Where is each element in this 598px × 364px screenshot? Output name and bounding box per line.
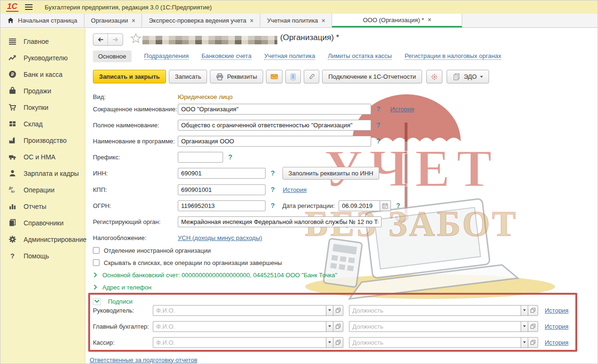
sidebar-item-help[interactable]: ? Помощь (0, 248, 85, 264)
tab-home[interactable]: Начальная страница (0, 14, 84, 27)
back-button[interactable] (93, 34, 108, 45)
requisites-button[interactable]: Реквизиты (210, 70, 263, 83)
sidebar-item-os-nma[interactable]: ОС и НМА (0, 149, 85, 165)
grid-icon (8, 120, 17, 128)
tab-accounting-policy[interactable]: Учетная политика × (260, 14, 332, 27)
reporting-status-button[interactable] (426, 70, 442, 83)
tax-system-link[interactable]: УСН (доходы минус расходы) (178, 234, 262, 241)
help-icon[interactable]: ? (271, 186, 275, 193)
save-and-close-button[interactable]: Записать и закрыть (93, 70, 166, 83)
favorite-star-icon[interactable] (130, 33, 141, 46)
cashier-position-input[interactable] (349, 337, 521, 348)
connect-1c-reporting-button[interactable]: Подключение к 1С-Отчетности (322, 70, 422, 83)
fill-by-inn-button[interactable]: Заполнить реквизиты по ИНН (282, 167, 380, 180)
foreign-branch-checkbox[interactable] (93, 247, 100, 254)
director-fio-dropdown-button[interactable] (326, 305, 333, 316)
nav-cash-limits[interactable]: Лимиты остатка кассы (328, 52, 392, 60)
cashier-fio-dropdown-button[interactable] (326, 337, 333, 348)
chief-accountant-fio-open-button[interactable] (333, 321, 343, 332)
tab-express-check[interactable]: Экспресс-проверка ведения учета × (142, 14, 260, 27)
chief-accountant-position-open-button[interactable] (528, 321, 538, 332)
nav-main[interactable]: Основное (93, 50, 132, 62)
chevron-right-icon (93, 284, 98, 290)
close-icon[interactable]: × (428, 17, 431, 23)
inn-input[interactable] (178, 168, 266, 179)
sidebar-item-bank-cash[interactable]: ₽ Банк и касса (0, 66, 85, 83)
help-icon[interactable]: ? (376, 137, 381, 145)
cashier-fio-open-button[interactable] (333, 337, 343, 348)
sidebar-item-label: Зарплата и кадры (24, 170, 79, 177)
help-icon[interactable]: ? (376, 105, 381, 113)
kpp-history-link[interactable]: История (283, 186, 307, 193)
director-position-open-button[interactable] (528, 305, 538, 316)
edo-button[interactable]: ЭДО (447, 70, 489, 83)
sidebar-item-administration[interactable]: Администрирование (0, 231, 85, 248)
nav-subdivisions[interactable]: Подразделения (144, 52, 189, 60)
reg-date-input[interactable] (339, 200, 380, 211)
signatures-expander[interactable]: Подписи (93, 298, 133, 305)
program-name-input[interactable] (178, 136, 371, 147)
close-icon[interactable]: × (322, 17, 325, 24)
sidebar-item-manager[interactable]: Руководителю (0, 50, 85, 66)
nav-accounting-policy[interactable]: Учетная политика (264, 52, 315, 60)
short-name-history-link[interactable]: История (390, 106, 414, 113)
mail-button[interactable] (266, 70, 282, 83)
sidebar-item-production[interactable]: Производство (0, 132, 85, 149)
sidebar-item-purchases[interactable]: Покупки (0, 99, 85, 116)
full-name-input[interactable] (178, 120, 371, 131)
save-button[interactable]: Записать (169, 70, 208, 83)
director-position-input[interactable] (349, 305, 521, 316)
prefix-input[interactable] (178, 152, 223, 163)
sidebar-item-main[interactable]: Главное (0, 33, 85, 50)
calendar-button[interactable] (380, 200, 391, 211)
list-document-button[interactable] (285, 70, 301, 83)
chief-accountant-fio-input[interactable] (153, 321, 326, 332)
field-row-program-name: Наименование в программе: ? (93, 135, 598, 147)
cashier-position-open-button[interactable] (528, 337, 538, 348)
sidebar-item-salary-hr[interactable]: Зарплата и кадры (0, 165, 85, 182)
chief-accountant-position-input[interactable] (349, 321, 521, 332)
nav-tax-registrations[interactable]: Регистрации в налоговых органах (405, 52, 501, 60)
kpp-input[interactable] (178, 184, 266, 195)
ogrn-input[interactable] (178, 200, 266, 211)
ogrn-label: ОГРН: (93, 202, 178, 209)
short-name-input[interactable] (178, 104, 371, 115)
sidebar-item-directories[interactable]: Справочники (0, 215, 85, 231)
hide-in-lists-checkbox[interactable] (93, 259, 100, 266)
reg-organ-input[interactable] (178, 216, 382, 227)
close-icon[interactable]: × (132, 17, 135, 24)
chief-accountant-position-dropdown-button[interactable] (521, 321, 528, 332)
close-icon[interactable]: × (250, 17, 253, 24)
help-icon[interactable]: ? (396, 202, 400, 209)
attach-button[interactable] (304, 70, 319, 83)
forward-button[interactable] (108, 34, 123, 45)
chief-accountant-fio-dropdown-button[interactable] (326, 321, 333, 332)
address-phone-expander[interactable]: Адрес и телефон (93, 284, 151, 291)
sidebar-item-warehouse[interactable]: Склад (0, 116, 85, 132)
help-icon[interactable]: ? (271, 202, 275, 209)
nav-bank-accounts[interactable]: Банковские счета (201, 52, 251, 60)
section-nav: Основное Подразделения Банковские счета … (93, 50, 501, 62)
cashier-position-dropdown-button[interactable] (521, 337, 528, 348)
responsible-for-reports-link[interactable]: Ответственные за подготовку отчетов (90, 356, 198, 364)
open-form-icon (530, 339, 536, 345)
tab-organization-active[interactable]: ООО (Организация) * × (332, 14, 462, 27)
chevron-down-icon (328, 341, 331, 343)
main-menu-icon[interactable] (25, 4, 33, 10)
help-icon[interactable]: ? (271, 169, 275, 177)
help-icon[interactable]: ? (228, 153, 233, 161)
director-fio-open-button[interactable] (333, 305, 343, 316)
help-icon[interactable]: ? (376, 121, 381, 129)
sidebar-item-operations[interactable]: ДтКт Операции (0, 182, 85, 198)
gear-icon (8, 235, 17, 243)
bank-account-expander[interactable]: Основной банковский счет: 00000000000000… (93, 272, 337, 279)
tab-organizations[interactable]: Организации × (84, 14, 142, 27)
director-position-dropdown-button[interactable] (521, 305, 528, 316)
director-fio-input[interactable] (153, 305, 326, 316)
chief-accountant-history-link[interactable]: История (545, 323, 568, 330)
director-history-link[interactable]: История (545, 307, 568, 314)
sidebar-item-sales[interactable]: Продажи (0, 83, 85, 99)
sidebar-item-reports[interactable]: Отчеты (0, 198, 85, 215)
cashier-history-link[interactable]: История (545, 339, 568, 346)
cashier-fio-input[interactable] (153, 337, 326, 348)
